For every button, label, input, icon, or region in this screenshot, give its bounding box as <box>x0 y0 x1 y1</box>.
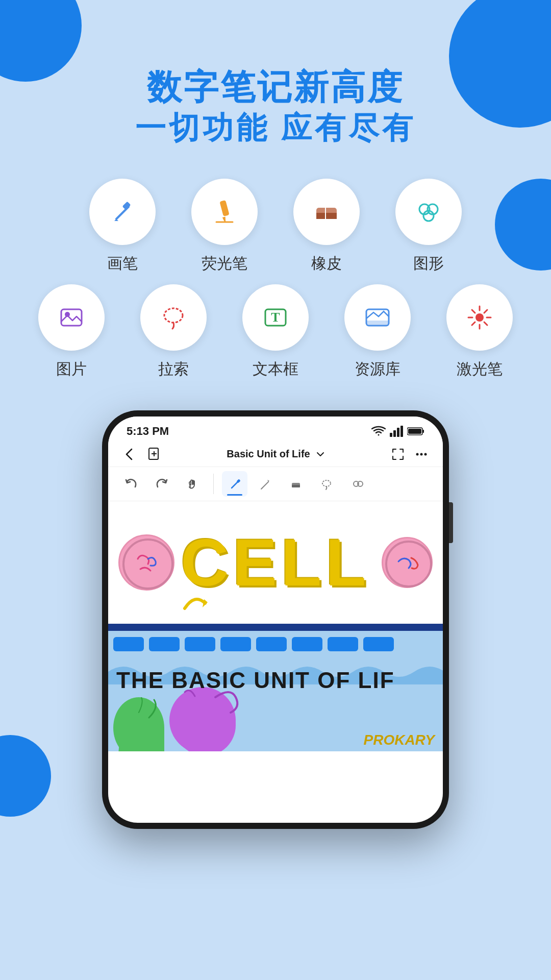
svg-rect-29 <box>397 428 399 437</box>
svg-point-47 <box>322 480 331 486</box>
laser-icon <box>464 302 495 333</box>
redo-button[interactable] <box>149 471 174 497</box>
phone-side-button <box>449 502 453 543</box>
signal-icon <box>390 426 403 437</box>
toolbar-center: Basic Unit of Life <box>227 448 325 460</box>
redo-icon <box>155 477 169 491</box>
tool-shape-label: 图形 <box>413 253 444 274</box>
shape-draw-button[interactable] <box>344 471 370 497</box>
svg-line-44 <box>261 488 262 489</box>
status-icons <box>371 426 424 437</box>
tool-eraser[interactable]: 橡皮 <box>291 179 362 274</box>
tool-eraser-icon-circle <box>293 179 360 245</box>
cell-decoration-left <box>118 534 174 591</box>
prokary-label: PROKARY <box>363 732 435 748</box>
tool-lasso-label: 拉索 <box>158 359 189 380</box>
dash-block <box>185 637 215 651</box>
tool-lasso[interactable]: 拉索 <box>138 284 209 380</box>
tool-eraser-label: 橡皮 <box>311 253 342 274</box>
tool-pen[interactable]: 画笔 <box>87 179 158 274</box>
svg-point-39 <box>424 453 427 455</box>
lasso-draw-button[interactable] <box>314 471 339 497</box>
header-title-line2: 一切功能 应有尽有 <box>0 108 551 148</box>
cell-text: CELL <box>181 524 370 601</box>
header-title-line1: 数字笔记新高度 <box>0 66 551 108</box>
tools-row-2: 图片 拉索 T 文本框 <box>36 284 515 380</box>
tool-image[interactable]: 图片 <box>36 284 107 380</box>
svg-rect-6 <box>316 213 337 219</box>
tool-resources-label: 资源库 <box>355 359 400 380</box>
svg-point-38 <box>420 453 422 455</box>
toolbar-right <box>391 447 429 461</box>
more-button[interactable] <box>414 447 429 461</box>
svg-line-24 <box>484 322 487 325</box>
cell-decoration-right <box>382 537 433 588</box>
lasso-icon <box>158 302 189 333</box>
add-page-button[interactable] <box>147 447 161 461</box>
undo-icon <box>124 477 138 491</box>
lasso-draw-icon <box>319 477 334 491</box>
hand-button[interactable] <box>180 471 205 497</box>
undo-button[interactable] <box>118 471 144 497</box>
separator-band <box>108 624 443 631</box>
eraser-draw-button[interactable] <box>283 471 309 497</box>
toolbar-divider <box>213 474 214 494</box>
tool-highlighter[interactable]: 荧光笔 <box>189 179 260 274</box>
svg-rect-27 <box>390 433 392 437</box>
textbox-icon: T <box>260 302 291 333</box>
highlighter-icon <box>209 197 240 227</box>
dashed-blocks-row <box>108 631 443 657</box>
cell-right-svg <box>383 538 434 590</box>
phone-screen: 5:13 PM <box>108 416 443 823</box>
dash-block <box>220 637 251 651</box>
svg-rect-46 <box>292 485 300 487</box>
svg-rect-28 <box>393 430 396 437</box>
dash-block <box>113 637 144 651</box>
tool-image-icon-circle <box>38 284 105 351</box>
svg-rect-11 <box>61 309 82 326</box>
svg-rect-32 <box>422 430 424 433</box>
svg-point-37 <box>416 453 418 455</box>
pencil-draw-button[interactable] <box>253 471 278 497</box>
bottom-band: THE BASIC UNIT OF LIF <box>108 631 443 751</box>
dash-block <box>363 637 394 651</box>
pen-draw-icon <box>228 477 242 491</box>
tool-textbox-icon-circle: T <box>242 284 309 351</box>
chevron-down-icon[interactable] <box>315 449 325 459</box>
tool-textbox-label: 文本框 <box>253 359 298 380</box>
tool-highlighter-icon-circle <box>191 179 258 245</box>
wifi-icon <box>371 426 386 437</box>
pencil-draw-icon <box>258 477 272 491</box>
dash-block <box>292 637 322 651</box>
cell-left-svg <box>120 536 176 592</box>
expand-button[interactable] <box>391 447 405 461</box>
svg-point-13 <box>164 308 183 323</box>
back-button[interactable] <box>122 447 137 461</box>
svg-rect-2 <box>219 200 229 216</box>
svg-line-42 <box>262 482 268 488</box>
tool-shape[interactable]: 图形 <box>393 179 464 274</box>
status-time: 5:13 PM <box>127 425 169 438</box>
eraser-icon <box>311 197 342 227</box>
image-icon <box>56 302 87 333</box>
svg-line-26 <box>472 322 475 325</box>
resources-icon <box>362 302 393 333</box>
tool-laser-label: 激光笔 <box>457 359 503 380</box>
svg-rect-17 <box>366 321 389 326</box>
tool-image-label: 图片 <box>56 359 87 380</box>
pen-draw-button[interactable] <box>222 471 247 497</box>
tool-resources[interactable]: 资源库 <box>342 284 413 380</box>
phone-section: 5:13 PM <box>0 410 551 829</box>
dash-block <box>328 637 358 651</box>
app-toolbar: Basic Unit of Life <box>108 442 443 467</box>
tools-row-1: 画笔 荧光笔 橡皮 <box>87 179 464 274</box>
dash-block <box>256 637 287 651</box>
tool-textbox[interactable]: T 文本框 <box>240 284 311 380</box>
tool-laser[interactable]: 激光笔 <box>444 284 515 380</box>
tool-laser-icon-circle <box>446 284 513 351</box>
svg-line-23 <box>472 310 475 313</box>
svg-text:T: T <box>271 310 280 325</box>
pen-icon <box>107 197 138 227</box>
tool-pen-label: 画笔 <box>107 253 138 274</box>
shape-draw-icon <box>350 477 364 491</box>
